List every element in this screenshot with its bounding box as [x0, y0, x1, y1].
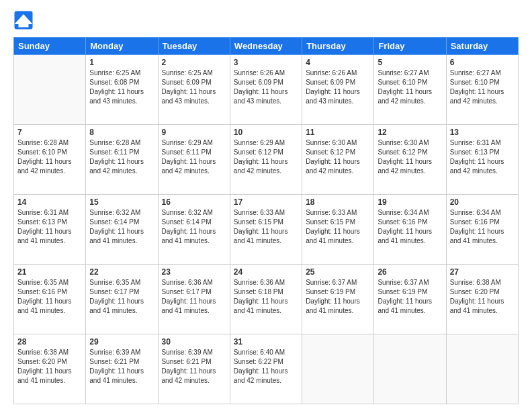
- calendar-cell: 22Sunrise: 6:35 AM Sunset: 6:17 PM Dayli…: [86, 265, 158, 334]
- calendar-cell: 1Sunrise: 6:25 AM Sunset: 6:08 PM Daylig…: [86, 55, 158, 125]
- day-info: Sunrise: 6:29 AM Sunset: 6:12 PM Dayligh…: [234, 138, 298, 176]
- calendar-cell: 21Sunrise: 6:35 AM Sunset: 6:16 PM Dayli…: [14, 265, 86, 334]
- day-info: Sunrise: 6:25 AM Sunset: 6:09 PM Dayligh…: [162, 68, 226, 106]
- day-number: 28: [17, 337, 82, 347]
- week-row-2: 7Sunrise: 6:28 AM Sunset: 6:10 PM Daylig…: [14, 125, 519, 195]
- day-number: 2: [162, 58, 226, 67]
- day-info: Sunrise: 6:26 AM Sunset: 6:09 PM Dayligh…: [234, 68, 298, 106]
- day-number: 8: [89, 128, 154, 137]
- day-number: 15: [89, 197, 154, 207]
- day-number: 12: [378, 128, 442, 137]
- day-number: 21: [17, 267, 82, 277]
- calendar-cell: 30Sunrise: 6:39 AM Sunset: 6:21 PM Dayli…: [158, 334, 230, 404]
- calendar-cell: 15Sunrise: 6:32 AM Sunset: 6:14 PM Dayli…: [86, 195, 158, 265]
- day-info: Sunrise: 6:26 AM Sunset: 6:09 PM Dayligh…: [306, 68, 370, 106]
- calendar-cell: [302, 334, 374, 404]
- week-row-4: 21Sunrise: 6:35 AM Sunset: 6:16 PM Dayli…: [14, 265, 519, 334]
- weekday-wednesday: Wednesday: [230, 38, 302, 55]
- weekday-monday: Monday: [86, 38, 158, 55]
- page: SundayMondayTuesdayWednesdayThursdayFrid…: [0, 0, 532, 411]
- calendar-cell: 29Sunrise: 6:39 AM Sunset: 6:21 PM Dayli…: [86, 334, 158, 404]
- calendar-cell: 18Sunrise: 6:33 AM Sunset: 6:15 PM Dayli…: [302, 195, 374, 265]
- day-number: 9: [162, 128, 226, 137]
- calendar-cell: [374, 334, 446, 404]
- day-info: Sunrise: 6:29 AM Sunset: 6:11 PM Dayligh…: [162, 138, 226, 176]
- calendar-cell: [14, 55, 86, 125]
- day-number: 16: [162, 197, 226, 207]
- day-number: 14: [17, 197, 82, 207]
- calendar-cell: 14Sunrise: 6:31 AM Sunset: 6:13 PM Dayli…: [14, 195, 86, 265]
- day-number: 6: [450, 58, 515, 67]
- calendar-cell: 26Sunrise: 6:37 AM Sunset: 6:19 PM Dayli…: [374, 265, 446, 334]
- day-info: Sunrise: 6:28 AM Sunset: 6:11 PM Dayligh…: [89, 138, 154, 176]
- day-info: Sunrise: 6:30 AM Sunset: 6:12 PM Dayligh…: [378, 138, 442, 176]
- calendar-cell: 28Sunrise: 6:38 AM Sunset: 6:20 PM Dayli…: [14, 334, 86, 404]
- day-number: 11: [306, 128, 370, 137]
- day-info: Sunrise: 6:32 AM Sunset: 6:14 PM Dayligh…: [89, 208, 154, 246]
- day-info: Sunrise: 6:38 AM Sunset: 6:20 PM Dayligh…: [450, 278, 515, 316]
- day-info: Sunrise: 6:35 AM Sunset: 6:16 PM Dayligh…: [17, 278, 82, 316]
- day-info: Sunrise: 6:27 AM Sunset: 6:10 PM Dayligh…: [450, 68, 515, 106]
- day-number: 13: [450, 128, 515, 137]
- day-info: Sunrise: 6:28 AM Sunset: 6:10 PM Dayligh…: [17, 138, 82, 176]
- weekday-header-row: SundayMondayTuesdayWednesdayThursdayFrid…: [14, 38, 519, 55]
- day-number: 10: [234, 128, 298, 137]
- weekday-thursday: Thursday: [302, 38, 374, 55]
- day-info: Sunrise: 6:40 AM Sunset: 6:22 PM Dayligh…: [234, 348, 298, 385]
- calendar-cell: 25Sunrise: 6:37 AM Sunset: 6:19 PM Dayli…: [302, 265, 374, 334]
- day-info: Sunrise: 6:39 AM Sunset: 6:21 PM Dayligh…: [162, 348, 226, 385]
- day-info: Sunrise: 6:32 AM Sunset: 6:14 PM Dayligh…: [162, 208, 226, 246]
- calendar-cell: 10Sunrise: 6:29 AM Sunset: 6:12 PM Dayli…: [230, 125, 302, 195]
- week-row-1: 1Sunrise: 6:25 AM Sunset: 6:08 PM Daylig…: [14, 55, 519, 125]
- calendar-cell: 6Sunrise: 6:27 AM Sunset: 6:10 PM Daylig…: [446, 55, 518, 125]
- day-info: Sunrise: 6:34 AM Sunset: 6:16 PM Dayligh…: [378, 208, 442, 246]
- weekday-sunday: Sunday: [14, 38, 86, 55]
- day-info: Sunrise: 6:39 AM Sunset: 6:21 PM Dayligh…: [89, 348, 154, 385]
- calendar-cell: 2Sunrise: 6:25 AM Sunset: 6:09 PM Daylig…: [158, 55, 230, 125]
- week-row-5: 28Sunrise: 6:38 AM Sunset: 6:20 PM Dayli…: [14, 334, 519, 404]
- calendar-cell: 12Sunrise: 6:30 AM Sunset: 6:12 PM Dayli…: [374, 125, 446, 195]
- day-number: 4: [306, 58, 370, 67]
- day-info: Sunrise: 6:36 AM Sunset: 6:18 PM Dayligh…: [234, 278, 298, 316]
- day-info: Sunrise: 6:33 AM Sunset: 6:15 PM Dayligh…: [306, 208, 370, 246]
- day-info: Sunrise: 6:36 AM Sunset: 6:17 PM Dayligh…: [162, 278, 226, 316]
- calendar-cell: 3Sunrise: 6:26 AM Sunset: 6:09 PM Daylig…: [230, 55, 302, 125]
- day-info: Sunrise: 6:27 AM Sunset: 6:10 PM Dayligh…: [378, 68, 442, 106]
- calendar-cell: 13Sunrise: 6:31 AM Sunset: 6:13 PM Dayli…: [446, 125, 518, 195]
- calendar-cell: 4Sunrise: 6:26 AM Sunset: 6:09 PM Daylig…: [302, 55, 374, 125]
- weekday-friday: Friday: [374, 38, 446, 55]
- day-number: 22: [89, 267, 154, 277]
- day-number: 1: [89, 58, 154, 67]
- day-number: 27: [450, 267, 515, 277]
- day-info: Sunrise: 6:31 AM Sunset: 6:13 PM Dayligh…: [17, 208, 82, 246]
- weekday-tuesday: Tuesday: [158, 38, 230, 55]
- calendar-cell: 9Sunrise: 6:29 AM Sunset: 6:11 PM Daylig…: [158, 125, 230, 195]
- day-number: 30: [162, 337, 226, 347]
- calendar-cell: 20Sunrise: 6:34 AM Sunset: 6:16 PM Dayli…: [446, 195, 518, 265]
- day-number: 29: [89, 337, 154, 347]
- calendar-cell: 24Sunrise: 6:36 AM Sunset: 6:18 PM Dayli…: [230, 265, 302, 334]
- day-info: Sunrise: 6:37 AM Sunset: 6:19 PM Dayligh…: [378, 278, 442, 316]
- day-info: Sunrise: 6:30 AM Sunset: 6:12 PM Dayligh…: [306, 138, 370, 176]
- calendar-cell: 31Sunrise: 6:40 AM Sunset: 6:22 PM Dayli…: [230, 334, 302, 404]
- weekday-saturday: Saturday: [446, 38, 518, 55]
- day-number: 31: [234, 337, 298, 347]
- day-info: Sunrise: 6:37 AM Sunset: 6:19 PM Dayligh…: [306, 278, 370, 316]
- calendar-table: SundayMondayTuesdayWednesdayThursdayFrid…: [13, 37, 519, 404]
- calendar-cell: 16Sunrise: 6:32 AM Sunset: 6:14 PM Dayli…: [158, 195, 230, 265]
- day-number: 26: [378, 267, 442, 277]
- day-number: 18: [306, 197, 370, 207]
- svg-rect-2: [19, 24, 29, 28]
- calendar-cell: 27Sunrise: 6:38 AM Sunset: 6:20 PM Dayli…: [446, 265, 518, 334]
- day-info: Sunrise: 6:35 AM Sunset: 6:17 PM Dayligh…: [89, 278, 154, 316]
- day-number: 24: [234, 267, 298, 277]
- day-number: 20: [450, 197, 515, 207]
- day-info: Sunrise: 6:38 AM Sunset: 6:20 PM Dayligh…: [17, 348, 82, 385]
- calendar-cell: 11Sunrise: 6:30 AM Sunset: 6:12 PM Dayli…: [302, 125, 374, 195]
- day-number: 5: [378, 58, 442, 67]
- day-info: Sunrise: 6:31 AM Sunset: 6:13 PM Dayligh…: [450, 138, 515, 176]
- day-number: 7: [17, 128, 82, 137]
- day-number: 3: [234, 58, 298, 67]
- calendar-cell: 5Sunrise: 6:27 AM Sunset: 6:10 PM Daylig…: [374, 55, 446, 125]
- day-number: 23: [162, 267, 226, 277]
